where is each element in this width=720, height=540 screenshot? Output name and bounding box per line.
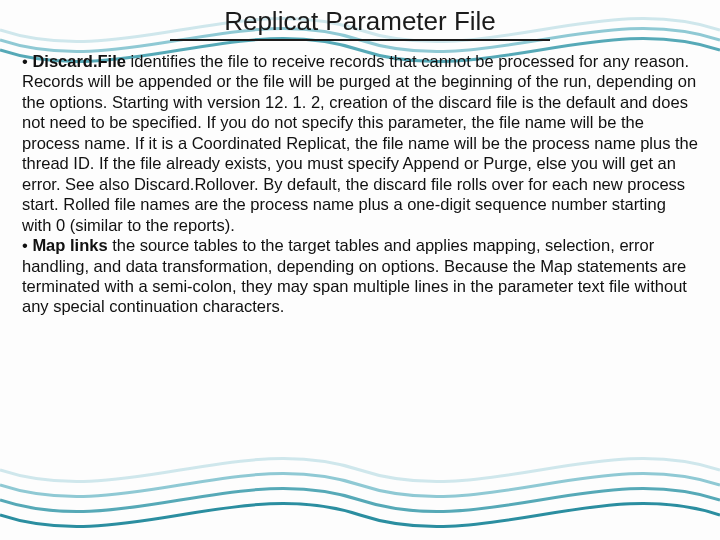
bullet-text: identifies the file to receive records t… — [22, 52, 698, 234]
slide: Replicat Parameter File • Discard.File i… — [0, 0, 720, 540]
slide-title: Replicat Parameter File — [0, 0, 720, 41]
bullet-lead: Map links — [32, 236, 107, 254]
bullet-item: • Map links the source tables to the tar… — [22, 235, 698, 317]
bullet-lead: Discard.File — [32, 52, 126, 70]
slide-body: • Discard.File identifies the file to re… — [0, 41, 720, 317]
slide-title-text: Replicat Parameter File — [224, 6, 496, 36]
decorative-wave-bottom — [0, 430, 720, 540]
bullet-item: • Discard.File identifies the file to re… — [22, 51, 698, 235]
bullet-text: the source tables to the target tables a… — [22, 236, 687, 315]
